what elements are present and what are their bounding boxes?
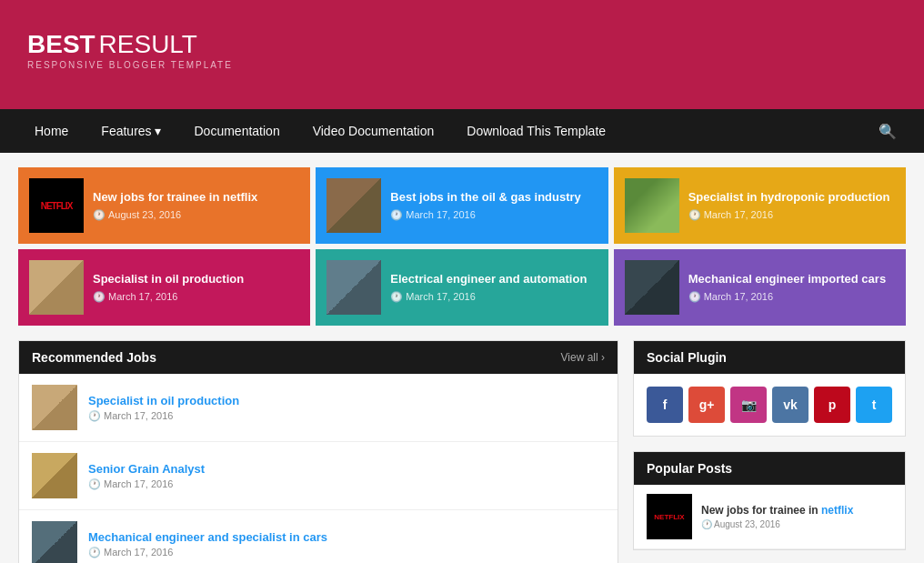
view-all-link[interactable]: View all › — [561, 351, 605, 364]
search-icon[interactable]: 🔍 — [869, 114, 906, 149]
clock-icon: 🕐 — [390, 291, 403, 303]
main-content: NETFLIX New jobs for trainee in netflix … — [0, 153, 924, 563]
featured-title-mech: Mechanical engineer imported cars — [688, 272, 895, 287]
nav-documentation[interactable]: Documentation — [178, 111, 296, 151]
featured-grid: NETFLIX New jobs for trainee in netflix … — [18, 167, 906, 326]
pinterest-icon[interactable]: p — [814, 387, 850, 423]
nav-home[interactable]: Home — [18, 111, 85, 151]
pop-info-netflix: New jobs for trainee in netflix 🕐 August… — [701, 504, 853, 529]
rec-link-oilprod[interactable]: Specialist in oil production — [88, 394, 239, 407]
featured-date-oil: 🕐 March 17, 2016 — [390, 209, 597, 221]
clock-icon: 🕐 — [688, 209, 701, 221]
pop-date-netflix: 🕐 August 23, 2016 — [701, 519, 853, 529]
logo-best: BEST — [27, 30, 95, 58]
rec-title-grain: Senior Grain Analyst — [88, 462, 605, 476]
rec-info-grain: Senior Grain Analyst 🕐 March 17, 2016 — [88, 462, 605, 490]
clock-icon: 🕐 — [88, 478, 101, 490]
two-column-layout: Recommended Jobs View all › Specialist i… — [18, 340, 906, 563]
header: BEST RESULT RESPONSIVE BLOGGER TEMPLATE — [0, 0, 924, 109]
clock-icon: 🕐 — [390, 209, 403, 221]
featured-thumb-mech — [625, 260, 679, 315]
rec-item-oilprod[interactable]: Specialist in oil production 🕐 March 17,… — [19, 374, 618, 442]
rec-thumb-grain — [32, 453, 77, 498]
clock-icon: 🕐 — [701, 519, 712, 529]
logo: BEST RESULT RESPONSIVE BLOGGER TEMPLATE — [27, 29, 233, 71]
featured-thumb-oil — [326, 178, 381, 233]
navigation: Home Features ▾ Documentation Video Docu… — [0, 109, 924, 153]
social-plugin-header: Social Plugin — [634, 341, 905, 374]
featured-info-oil: Best jobs in the oil & gas industry 🕐 Ma… — [390, 190, 597, 221]
featured-card-oilprod[interactable]: Specialist in oil production 🕐 March 17,… — [18, 249, 310, 326]
recommended-header: Recommended Jobs View all › — [19, 341, 618, 374]
featured-title-oilprod: Specialist in oil production — [93, 272, 299, 287]
google-plus-icon[interactable]: g+ — [688, 387, 725, 423]
social-icons-container: f g+ 📷 vk p t — [634, 374, 905, 436]
rec-title-cars: Mechanical engineer and specialist in ca… — [88, 530, 605, 544]
featured-card-hydroponic[interactable]: Specialist in hydroponic production 🕐 Ma… — [614, 167, 906, 244]
featured-info-hydro: Specialist in hydroponic production 🕐 Ma… — [688, 190, 895, 221]
featured-title-netflix: New jobs for trainee in netflix — [93, 190, 299, 206]
logo-subtitle: RESPONSIVE BLOGGER TEMPLATE — [27, 60, 233, 71]
social-plugin-box: Social Plugin f g+ 📷 vk p t — [633, 340, 906, 437]
logo-result: RESULT — [99, 30, 197, 58]
pop-item-netflix[interactable]: NETFLIX New jobs for trainee in netflix … — [634, 485, 905, 549]
featured-info-netflix: New jobs for trainee in netflix 🕐 August… — [93, 190, 299, 221]
featured-info-oilprod: Specialist in oil production 🕐 March 17,… — [93, 272, 299, 303]
pop-title-link: netflix — [821, 504, 853, 517]
instagram-icon[interactable]: 📷 — [730, 387, 767, 423]
recommended-title: Recommended Jobs — [32, 350, 156, 365]
clock-icon: 🕐 — [88, 410, 101, 422]
vk-icon[interactable]: vk — [772, 387, 808, 423]
rec-title-oilprod: Specialist in oil production — [88, 394, 605, 407]
facebook-icon[interactable]: f — [647, 387, 683, 423]
nav-features[interactable]: Features ▾ — [85, 111, 177, 151]
rec-thumb-oilprod — [32, 385, 77, 430]
featured-date-hydro: 🕐 March 17, 2016 — [688, 209, 895, 221]
twitter-icon[interactable]: t — [856, 387, 892, 423]
rec-item-grain[interactable]: Senior Grain Analyst 🕐 March 17, 2016 — [19, 442, 618, 510]
featured-card-netflix[interactable]: NETFLIX New jobs for trainee in netflix … — [18, 167, 310, 244]
rec-link-cars[interactable]: Mechanical engineer and specialist in ca… — [88, 530, 327, 544]
clock-icon: 🕐 — [93, 209, 105, 221]
rec-link-grain[interactable]: Senior Grain Analyst — [88, 462, 205, 476]
featured-date-elec: 🕐 March 17, 2016 — [390, 291, 597, 303]
rec-item-cars[interactable]: Mechanical engineer and specialist in ca… — [19, 510, 618, 563]
featured-card-oil-gas[interactable]: Best jobs in the oil & gas industry 🕐 Ma… — [316, 167, 608, 244]
featured-info-mech: Mechanical engineer imported cars 🕐 Marc… — [688, 272, 895, 303]
featured-thumb-elec — [326, 260, 381, 315]
rec-info-oilprod: Specialist in oil production 🕐 March 17,… — [88, 394, 605, 422]
featured-card-mechanical[interactable]: Mechanical engineer imported cars 🕐 Marc… — [614, 249, 906, 326]
featured-thumb-hydro — [625, 178, 679, 233]
rec-date-oilprod: 🕐 March 17, 2016 — [88, 410, 605, 422]
recommended-jobs-box: Recommended Jobs View all › Specialist i… — [18, 340, 618, 563]
featured-title-oil: Best jobs in the oil & gas industry — [390, 190, 597, 206]
rec-date-cars: 🕐 March 17, 2016 — [88, 547, 605, 558]
popular-posts-box: Popular Posts NETFLIX New jobs for train… — [633, 451, 906, 550]
featured-title-hydro: Specialist in hydroponic production — [688, 190, 895, 206]
rec-thumb-cars — [32, 521, 77, 563]
rec-date-grain: 🕐 March 17, 2016 — [88, 478, 605, 490]
featured-date-netflix: 🕐 August 23, 2016 — [93, 209, 299, 221]
popular-posts-header: Popular Posts — [634, 452, 905, 485]
clock-icon: 🕐 — [93, 291, 105, 303]
pop-title-netflix: New jobs for trainee in netflix — [701, 504, 853, 517]
nav-download-template[interactable]: Download This Template — [450, 111, 622, 151]
featured-title-elec: Electrical engineer and automation — [390, 272, 597, 287]
sidebar: Social Plugin f g+ 📷 vk p t Popular Post… — [633, 340, 906, 563]
pop-thumb-netflix: NETFLIX — [647, 494, 692, 539]
featured-thumb-oilprod — [29, 260, 84, 315]
featured-date-oilprod: 🕐 March 17, 2016 — [93, 291, 299, 303]
clock-icon: 🕐 — [88, 547, 101, 558]
clock-icon: 🕐 — [688, 291, 701, 303]
featured-card-electrical[interactable]: Electrical engineer and automation 🕐 Mar… — [316, 249, 608, 326]
featured-info-elec: Electrical engineer and automation 🕐 Mar… — [390, 272, 597, 303]
rec-info-cars: Mechanical engineer and specialist in ca… — [88, 530, 605, 558]
featured-date-mech: 🕐 March 17, 2016 — [688, 291, 895, 303]
nav-video-documentation[interactable]: Video Documentation — [296, 111, 451, 151]
featured-thumb-netflix: NETFLIX — [29, 178, 84, 233]
